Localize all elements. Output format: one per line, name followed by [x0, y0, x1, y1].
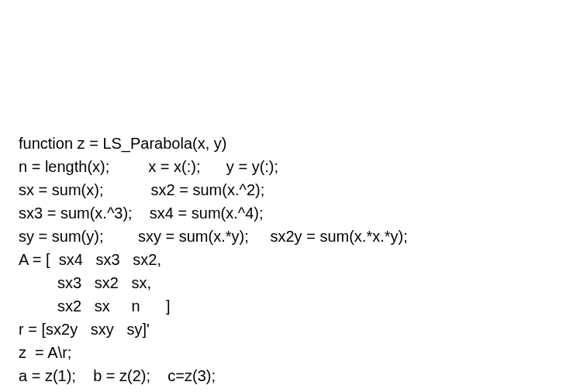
code-line: sx2 sx n ] [19, 297, 171, 315]
code-line: z = A\r; [19, 344, 71, 361]
code-line: function z = LS_Parabola(x, y) [19, 135, 226, 152]
code-block: function z = LS_Parabola(x, y) n = lengt… [19, 108, 554, 392]
code-line: A = [ sx4 sx3 sx2, [19, 251, 161, 268]
code-line: sx3 = sum(x.^3); sx4 = sum(x.^4); [19, 205, 264, 222]
code-line: sy = sum(y); sxy = sum(x.*y); sx2y = sum… [19, 228, 408, 245]
code-line: n = length(x); x = x(:); y = y(:); [19, 158, 278, 175]
code-line: a = z(1); b = z(2); c=z(3); [19, 367, 216, 384]
code-line: sx3 sx2 sx, [19, 274, 151, 291]
code-line: sx = sum(x); sx2 = sum(x.^2); [19, 181, 264, 198]
code-line: r = [sx2y sxy sy]' [19, 321, 150, 338]
